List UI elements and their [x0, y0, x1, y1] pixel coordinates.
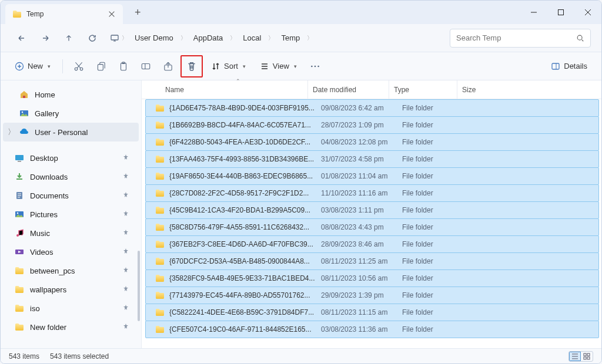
breadcrumb-item[interactable]: Local — [238, 31, 266, 45]
file-name: {670DCFC2-D53A-45BA-B485-0900844A8... — [169, 257, 321, 265]
search-box[interactable] — [450, 29, 591, 48]
breadcrumb-item[interactable]: AppData — [189, 31, 228, 45]
pin-icon — [122, 267, 129, 275]
file-date: 29/09/2023 1:39 pm — [321, 291, 402, 299]
file-date: 04/08/2023 12:08 pm — [321, 138, 402, 146]
file-name: {58C8D756-479F-4A55-8591-11C6268432... — [169, 223, 321, 231]
file-name: {45C9B412-1CA3-4F20-BDA1-B299A5C09... — [169, 206, 321, 214]
minimize-button[interactable] — [520, 1, 547, 24]
svg-point-13 — [317, 65, 319, 67]
table-row[interactable]: {670DCFC2-D53A-45BA-B485-0900844A8...08/… — [145, 252, 599, 270]
details-view-button[interactable] — [569, 352, 581, 361]
sidebar-item-documents[interactable]: Documents — [3, 186, 139, 205]
svg-rect-27 — [584, 357, 586, 359]
sidebar-item-home[interactable]: Home — [3, 85, 139, 104]
file-type: File folder — [402, 274, 470, 282]
column-name[interactable]: Name — [165, 86, 307, 94]
table-row[interactable]: {35828FC9-5A4B-49E5-9E33-71BAC1BED4...08… — [145, 269, 599, 287]
table-row[interactable]: {13FAA463-75F4-4993-8856-31DB34396BE...3… — [145, 150, 599, 168]
forward-button[interactable] — [35, 28, 56, 49]
file-type: File folder — [402, 172, 470, 180]
file-name: {367EB2F3-C8EE-4D6D-AA6D-4F70FBC39... — [169, 240, 321, 248]
scrollbar[interactable] — [138, 251, 140, 321]
column-date[interactable]: Date modified — [307, 80, 389, 99]
file-type: File folder — [402, 121, 470, 129]
file-date: 08/11/2023 11:15 am — [321, 308, 402, 316]
table-row[interactable]: {367EB2F3-C8EE-4D6D-AA6D-4F70FBC39...28/… — [145, 235, 599, 253]
details-button[interactable]: Details — [545, 58, 593, 75]
table-row[interactable]: {45C9B412-1CA3-4F20-BDA1-B299A5C09...03/… — [145, 201, 599, 219]
monitor-icon[interactable] — [110, 33, 119, 43]
file-date: 01/08/2023 11:04 am — [321, 172, 402, 180]
sidebar-item-music[interactable]: Music — [3, 224, 139, 242]
cut-button[interactable] — [69, 56, 89, 76]
sidebar-item-downloads[interactable]: Downloads — [3, 167, 139, 186]
table-row[interactable]: {19AF8650-3E44-440B-B863-EDEC9B6865...01… — [145, 167, 599, 185]
pin-icon — [122, 173, 129, 181]
folder-icon — [12, 9, 22, 19]
address-bar: 〉 User Demo 〉 AppData 〉 Local 〉 Temp 〉 — [1, 24, 601, 52]
folder-icon — [15, 153, 24, 163]
breadcrumb-item[interactable]: User Demo — [130, 31, 178, 45]
breadcrumb-item[interactable]: Temp — [276, 31, 305, 45]
chevron-right-icon: 〉 — [267, 34, 275, 42]
table-row[interactable]: {C5822241-4DEE-4E68-B59C-3791D84DF7...08… — [145, 304, 599, 321]
table-row[interactable]: {1B6692B9-B8CD-44FA-84AC-6C057EA71...28/… — [145, 116, 599, 134]
sidebar-item-iso[interactable]: iso — [3, 299, 139, 318]
svg-point-12 — [314, 65, 316, 67]
maximize-button[interactable] — [547, 1, 574, 24]
svg-rect-28 — [587, 357, 590, 359]
table-row[interactable]: {77143979-EC45-44FA-89B0-AD55701762...29… — [145, 287, 599, 304]
sort-button[interactable]: Sort▾ — [205, 58, 252, 75]
sidebar-item-desktop[interactable]: Desktop — [3, 149, 139, 167]
sidebar-item-wallpapers[interactable]: wallpapers — [3, 280, 139, 299]
sidebar-item-pictures[interactable]: Pictures — [3, 205, 139, 224]
sidebar-item-user[interactable]: 〉 User - Personal — [3, 123, 139, 141]
column-type[interactable]: Type — [389, 80, 457, 99]
new-tab-button[interactable]: + — [130, 4, 146, 21]
svg-rect-14 — [552, 63, 559, 69]
svg-rect-26 — [587, 353, 590, 356]
sidebar-item-new-folder[interactable]: New folder — [3, 318, 139, 336]
sidebar-item-between_pcs[interactable]: between_pcs — [3, 261, 139, 280]
share-button[interactable] — [158, 56, 178, 76]
table-row[interactable]: {28C7D082-2F2C-4D58-9517-2F9C2F1D2...11/… — [145, 184, 599, 202]
svg-point-2 — [577, 35, 582, 40]
rename-button[interactable] — [136, 56, 156, 76]
svg-point-16 — [22, 112, 24, 113]
svg-rect-6 — [98, 64, 103, 70]
view-button[interactable]: View▾ — [254, 58, 303, 75]
close-tab-icon[interactable] — [108, 10, 116, 18]
thumbnails-view-button[interactable] — [581, 352, 593, 361]
search-input[interactable] — [456, 33, 576, 42]
sidebar-item-videos[interactable]: Videos — [3, 242, 139, 261]
close-window-button[interactable] — [574, 1, 601, 24]
folder-icon — [15, 172, 24, 181]
pin-icon — [122, 154, 129, 163]
table-row[interactable]: {58C8D756-479F-4A55-8591-11C6268432...08… — [145, 218, 599, 236]
folder-icon — [155, 308, 165, 317]
table-row[interactable]: {CFE507C4-19C0-46AF-9711-844852E165...03… — [145, 321, 599, 338]
column-headers: ⌃ Name Date modified Type Size — [142, 80, 601, 99]
svg-point-4 — [75, 68, 78, 70]
back-button[interactable] — [11, 28, 32, 49]
chevron-right-icon: 〉 — [121, 34, 129, 42]
home-icon — [19, 90, 29, 99]
table-row[interactable]: {1AD6E475-78AB-4B9D-9DE4-003FBF9195...09… — [145, 99, 599, 117]
sidebar-item-gallery[interactable]: Gallery — [3, 104, 139, 123]
svg-point-11 — [311, 65, 313, 67]
new-button[interactable]: New▾ — [9, 58, 56, 75]
paste-button[interactable] — [113, 56, 133, 76]
table-row[interactable]: {6F4228B0-5043-4FEA-AE3D-10D6DE2CF...04/… — [145, 133, 599, 151]
sidebar: Home Gallery 〉 User - Personal DesktopDo… — [1, 80, 142, 348]
refresh-button[interactable] — [82, 28, 103, 49]
delete-button[interactable] — [184, 59, 199, 74]
title-bar: Temp + — [1, 1, 601, 24]
tab[interactable]: Temp — [5, 4, 123, 24]
chevron-right-icon[interactable]: 〉 — [8, 127, 15, 137]
folder-icon — [155, 120, 165, 130]
up-button[interactable] — [58, 28, 79, 49]
copy-button[interactable] — [91, 56, 111, 76]
more-button[interactable] — [305, 56, 325, 76]
column-size[interactable]: Size — [457, 80, 601, 99]
